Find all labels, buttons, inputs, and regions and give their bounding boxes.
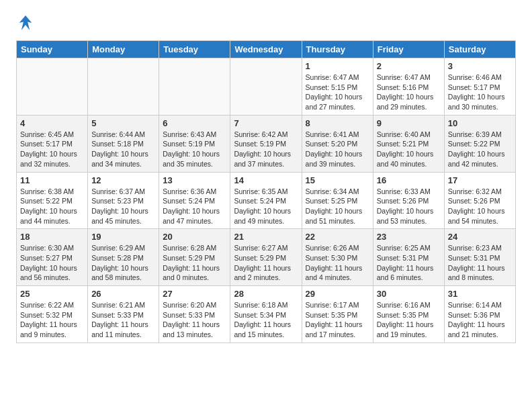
- day-info: Sunrise: 6:29 AM Sunset: 5:28 PM Dayligh…: [91, 243, 155, 283]
- calendar-cell: [88, 58, 159, 116]
- day-number: 27: [163, 289, 226, 299]
- day-number: 23: [377, 232, 441, 242]
- day-number: 14: [234, 175, 298, 185]
- day-info: Sunrise: 6:37 AM Sunset: 5:23 PM Dayligh…: [91, 187, 155, 226]
- day-number: 18: [20, 232, 84, 242]
- calendar-week-2: 4Sunrise: 6:45 AM Sunset: 5:17 PM Daylig…: [17, 115, 516, 172]
- calendar-cell: 9Sunrise: 6:40 AM Sunset: 5:21 PM Daylig…: [373, 115, 444, 172]
- day-info: Sunrise: 6:39 AM Sunset: 5:22 PM Dayligh…: [448, 130, 512, 169]
- weekday-header-thursday: Thursday: [302, 41, 373, 58]
- calendar-cell: 31Sunrise: 6:14 AM Sunset: 5:36 PM Dayli…: [444, 286, 515, 343]
- calendar-cell: 17Sunrise: 6:32 AM Sunset: 5:26 PM Dayli…: [444, 172, 515, 229]
- calendar-cell: 3Sunrise: 6:46 AM Sunset: 5:17 PM Daylig…: [444, 58, 515, 116]
- day-info: Sunrise: 6:47 AM Sunset: 5:16 PM Dayligh…: [377, 73, 441, 112]
- day-number: 12: [91, 175, 155, 185]
- page-container: SundayMondayTuesdayWednesdayThursdayFrid…: [0, 0, 532, 354]
- weekday-header-saturday: Saturday: [444, 41, 515, 58]
- day-number: 29: [306, 289, 369, 299]
- day-number: 20: [163, 232, 226, 242]
- calendar-week-1: 1Sunrise: 6:47 AM Sunset: 5:15 PM Daylig…: [17, 58, 516, 116]
- day-number: 3: [448, 61, 512, 71]
- calendar-cell: 28Sunrise: 6:18 AM Sunset: 5:34 PM Dayli…: [230, 286, 302, 343]
- day-number: 24: [448, 232, 512, 242]
- calendar-cell: 13Sunrise: 6:36 AM Sunset: 5:24 PM Dayli…: [159, 172, 230, 229]
- day-number: 17: [448, 175, 512, 185]
- calendar-cell: 18Sunrise: 6:30 AM Sunset: 5:27 PM Dayli…: [17, 229, 88, 286]
- calendar-cell: 4Sunrise: 6:45 AM Sunset: 5:17 PM Daylig…: [17, 115, 88, 172]
- day-number: 22: [306, 232, 369, 242]
- day-number: 4: [20, 118, 84, 128]
- day-info: Sunrise: 6:26 AM Sunset: 5:30 PM Dayligh…: [306, 243, 369, 283]
- day-info: Sunrise: 6:36 AM Sunset: 5:24 PM Dayligh…: [163, 187, 226, 226]
- day-info: Sunrise: 6:32 AM Sunset: 5:26 PM Dayligh…: [448, 187, 512, 226]
- calendar-cell: 21Sunrise: 6:27 AM Sunset: 5:29 PM Dayli…: [230, 229, 302, 286]
- day-info: Sunrise: 6:34 AM Sunset: 5:25 PM Dayligh…: [306, 187, 369, 226]
- day-info: Sunrise: 6:35 AM Sunset: 5:24 PM Dayligh…: [234, 187, 298, 226]
- calendar-cell: 19Sunrise: 6:29 AM Sunset: 5:28 PM Dayli…: [88, 229, 159, 286]
- day-number: 7: [234, 118, 298, 128]
- calendar-cell: 2Sunrise: 6:47 AM Sunset: 5:16 PM Daylig…: [373, 58, 444, 116]
- day-number: 30: [377, 289, 441, 299]
- weekday-header-wednesday: Wednesday: [230, 41, 302, 58]
- calendar-cell: 1Sunrise: 6:47 AM Sunset: 5:15 PM Daylig…: [302, 58, 373, 116]
- logo: [16, 13, 38, 32]
- day-info: Sunrise: 6:47 AM Sunset: 5:15 PM Dayligh…: [306, 73, 369, 112]
- day-number: 26: [91, 289, 155, 299]
- calendar-cell: 6Sunrise: 6:43 AM Sunset: 5:19 PM Daylig…: [159, 115, 230, 172]
- logo-icon: [16, 13, 35, 32]
- calendar-cell: 27Sunrise: 6:20 AM Sunset: 5:33 PM Dayli…: [159, 286, 230, 343]
- calendar-cell: 29Sunrise: 6:17 AM Sunset: 5:35 PM Dayli…: [302, 286, 373, 343]
- weekday-header-friday: Friday: [373, 41, 444, 58]
- day-number: 21: [234, 232, 298, 242]
- calendar-body: 1Sunrise: 6:47 AM Sunset: 5:15 PM Daylig…: [17, 58, 516, 343]
- calendar-cell: 11Sunrise: 6:38 AM Sunset: 5:22 PM Dayli…: [17, 172, 88, 229]
- calendar-week-3: 11Sunrise: 6:38 AM Sunset: 5:22 PM Dayli…: [17, 172, 516, 229]
- day-info: Sunrise: 6:38 AM Sunset: 5:22 PM Dayligh…: [20, 187, 84, 226]
- day-number: 25: [20, 289, 84, 299]
- day-info: Sunrise: 6:23 AM Sunset: 5:31 PM Dayligh…: [448, 243, 512, 283]
- calendar-cell: 10Sunrise: 6:39 AM Sunset: 5:22 PM Dayli…: [444, 115, 515, 172]
- day-number: 5: [91, 118, 155, 128]
- day-info: Sunrise: 6:41 AM Sunset: 5:20 PM Dayligh…: [306, 130, 369, 169]
- weekday-header-monday: Monday: [88, 41, 159, 58]
- day-info: Sunrise: 6:40 AM Sunset: 5:21 PM Dayligh…: [377, 130, 441, 169]
- day-info: Sunrise: 6:45 AM Sunset: 5:17 PM Dayligh…: [20, 130, 84, 169]
- calendar-cell: 25Sunrise: 6:22 AM Sunset: 5:32 PM Dayli…: [17, 286, 88, 343]
- day-info: Sunrise: 6:25 AM Sunset: 5:31 PM Dayligh…: [377, 243, 441, 283]
- day-number: 6: [163, 118, 226, 128]
- calendar-cell: 8Sunrise: 6:41 AM Sunset: 5:20 PM Daylig…: [302, 115, 373, 172]
- svg-marker-0: [19, 15, 32, 30]
- day-info: Sunrise: 6:44 AM Sunset: 5:18 PM Dayligh…: [91, 130, 155, 169]
- calendar-cell: [17, 58, 88, 116]
- day-info: Sunrise: 6:43 AM Sunset: 5:19 PM Dayligh…: [163, 130, 226, 169]
- day-number: 2: [377, 61, 441, 71]
- calendar-cell: 22Sunrise: 6:26 AM Sunset: 5:30 PM Dayli…: [302, 229, 373, 286]
- day-number: 13: [163, 175, 226, 185]
- day-info: Sunrise: 6:46 AM Sunset: 5:17 PM Dayligh…: [448, 73, 512, 112]
- day-info: Sunrise: 6:28 AM Sunset: 5:29 PM Dayligh…: [163, 243, 226, 283]
- calendar-cell: 30Sunrise: 6:16 AM Sunset: 5:35 PM Dayli…: [373, 286, 444, 343]
- day-info: Sunrise: 6:20 AM Sunset: 5:33 PM Dayligh…: [163, 300, 226, 340]
- calendar-cell: 15Sunrise: 6:34 AM Sunset: 5:25 PM Dayli…: [302, 172, 373, 229]
- day-info: Sunrise: 6:16 AM Sunset: 5:35 PM Dayligh…: [377, 300, 441, 340]
- calendar-cell: 26Sunrise: 6:21 AM Sunset: 5:33 PM Dayli…: [88, 286, 159, 343]
- day-number: 15: [306, 175, 369, 185]
- calendar-cell: 5Sunrise: 6:44 AM Sunset: 5:18 PM Daylig…: [88, 115, 159, 172]
- day-info: Sunrise: 6:14 AM Sunset: 5:36 PM Dayligh…: [448, 300, 512, 340]
- calendar-table: SundayMondayTuesdayWednesdayThursdayFrid…: [16, 40, 516, 343]
- day-number: 19: [91, 232, 155, 242]
- day-info: Sunrise: 6:22 AM Sunset: 5:32 PM Dayligh…: [20, 300, 84, 340]
- day-info: Sunrise: 6:17 AM Sunset: 5:35 PM Dayligh…: [306, 300, 369, 340]
- day-number: 9: [377, 118, 441, 128]
- day-number: 28: [234, 289, 298, 299]
- day-number: 8: [306, 118, 369, 128]
- calendar-cell: 7Sunrise: 6:42 AM Sunset: 5:19 PM Daylig…: [230, 115, 302, 172]
- calendar-cell: 12Sunrise: 6:37 AM Sunset: 5:23 PM Dayli…: [88, 172, 159, 229]
- weekday-header-sunday: Sunday: [17, 41, 88, 58]
- day-number: 31: [448, 289, 512, 299]
- day-info: Sunrise: 6:27 AM Sunset: 5:29 PM Dayligh…: [234, 243, 298, 283]
- day-info: Sunrise: 6:30 AM Sunset: 5:27 PM Dayligh…: [20, 243, 84, 283]
- day-info: Sunrise: 6:33 AM Sunset: 5:26 PM Dayligh…: [377, 187, 441, 226]
- calendar-cell: 16Sunrise: 6:33 AM Sunset: 5:26 PM Dayli…: [373, 172, 444, 229]
- calendar-week-4: 18Sunrise: 6:30 AM Sunset: 5:27 PM Dayli…: [17, 229, 516, 286]
